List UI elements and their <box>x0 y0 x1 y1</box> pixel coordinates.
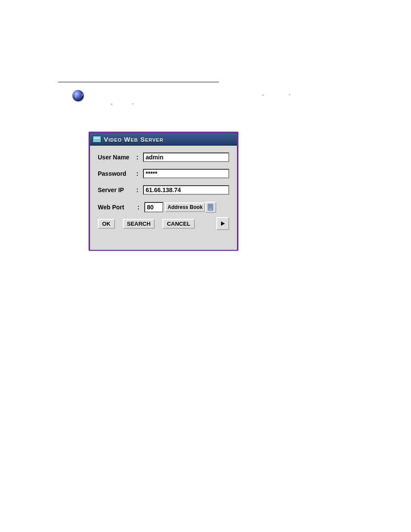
row-username: User Name : <box>98 152 229 162</box>
search-button[interactable]: SEARCH <box>123 219 155 229</box>
username-input[interactable] <box>143 152 229 162</box>
artifact-quote: ” <box>132 103 134 109</box>
label-username: User Name <box>98 154 136 161</box>
password-input[interactable] <box>143 169 229 178</box>
label-web-port: Web Port <box>98 204 137 211</box>
svg-marker-4 <box>221 221 225 226</box>
dialog-body: User Name : Password : Server IP : Web P… <box>90 146 237 250</box>
play-button[interactable] <box>216 217 229 230</box>
page: “ ” “ ” Video Web Server User Name : Pas… <box>0 0 411 532</box>
button-row: OK SEARCH CANCEL <box>98 217 229 230</box>
play-icon <box>220 221 225 226</box>
horizontal-rule <box>58 82 219 82</box>
server-ip-input[interactable] <box>143 185 229 195</box>
row-password: Password : <box>98 169 229 178</box>
row-web-port: Web Port : Address Book <box>98 202 229 213</box>
colon: : <box>136 187 143 193</box>
browser-icon <box>72 90 84 101</box>
web-port-input[interactable] <box>144 202 163 212</box>
artifact-quote: ” <box>289 93 290 100</box>
label-server-ip: Server IP <box>98 187 136 193</box>
row-server-ip: Server IP : <box>98 185 229 195</box>
colon: : <box>136 154 143 161</box>
address-book-button[interactable]: Address Book <box>165 202 205 212</box>
artifact-quote: “ <box>111 103 112 109</box>
address-book-icon[interactable] <box>205 202 216 213</box>
colon: : <box>136 170 143 177</box>
svg-rect-0 <box>208 204 213 210</box>
window-title: Video Web Server <box>104 136 163 143</box>
titlebar: Video Web Server <box>90 133 237 146</box>
book-icon <box>207 204 214 211</box>
artifact-quote: “ <box>262 93 264 100</box>
login-dialog: Video Web Server User Name : Password : … <box>89 132 238 251</box>
ok-button[interactable]: OK <box>98 219 115 229</box>
cancel-button[interactable]: CANCEL <box>162 219 194 229</box>
label-password: Password <box>98 170 136 177</box>
colon: : <box>137 204 144 211</box>
web-port-group: Address Book <box>144 202 216 213</box>
app-icon <box>93 136 101 143</box>
